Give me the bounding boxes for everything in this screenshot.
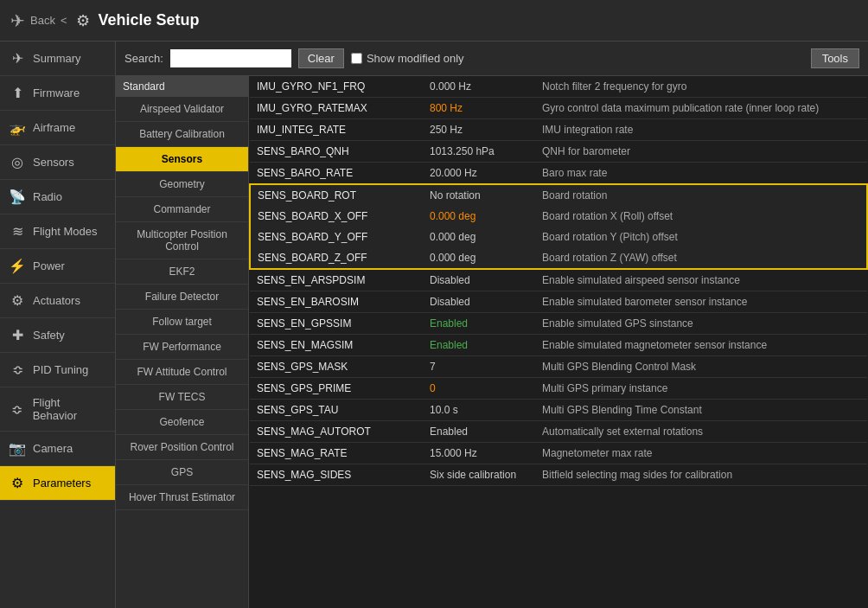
- param-value: Six side calibration: [423, 464, 535, 486]
- category-item-airspeed-validator[interactable]: Airspeed Validator: [116, 97, 248, 122]
- table-row[interactable]: SENS_GPS_MASK7Multi GPS Blending Control…: [250, 356, 867, 378]
- sidebar-icon: ⚡: [9, 258, 26, 274]
- table-row[interactable]: SENS_BOARD_Z_OFF0.000 degBoard rotation …: [250, 247, 867, 269]
- table-row[interactable]: SENS_BARO_RATE20.000 HzBaro max rate: [250, 163, 867, 185]
- param-name: SENS_GPS_PRIME: [250, 378, 423, 400]
- category-item-ekf2[interactable]: EKF2: [116, 259, 248, 285]
- param-name: SENS_BOARD_Z_OFF: [250, 247, 423, 269]
- param-name: SENS_BOARD_ROT: [250, 184, 423, 206]
- param-desc: Board rotation: [535, 184, 867, 206]
- category-item-geometry[interactable]: Geometry: [116, 172, 248, 197]
- page-title: Vehicle Setup: [99, 11, 200, 29]
- param-value: 20.000 Hz: [423, 163, 535, 185]
- table-row[interactable]: SENS_BOARD_ROTNo rotationBoard rotation: [250, 184, 867, 206]
- sidebar-item-power[interactable]: ⚡Power: [0, 249, 115, 284]
- category-item-gps[interactable]: GPS: [116, 460, 248, 485]
- table-row[interactable]: SENS_GPS_TAU10.0 sMulti GPS Blending Tim…: [250, 400, 867, 421]
- param-desc: Enable simulated barometer sensor instan…: [535, 291, 867, 313]
- category-item-rover-position-control[interactable]: Rover Position Control: [116, 435, 248, 460]
- param-desc: Bitfield selecting mag sides for calibra…: [535, 464, 867, 486]
- param-name: SENS_EN_ARSPDSIM: [250, 269, 423, 291]
- param-name: IMU_INTEG_RATE: [250, 119, 423, 141]
- sidebar-item-safety[interactable]: ✚Safety: [0, 318, 115, 353]
- param-desc: Multi GPS primary instance: [535, 378, 867, 400]
- param-name: SENS_MAG_SIDES: [250, 464, 423, 486]
- table-row[interactable]: IMU_GYRO_RATEMAX800 HzGyro control data …: [250, 98, 867, 119]
- sidebar-item-label: Summary: [33, 52, 81, 65]
- param-value: 10.0 s: [423, 400, 535, 421]
- category-item-fw-tecs[interactable]: FW TECS: [116, 385, 248, 410]
- param-desc: Notch filter 2 frequency for gyro: [535, 76, 867, 98]
- table-row[interactable]: SENS_BOARD_Y_OFF0.000 degBoard rotation …: [250, 227, 867, 247]
- param-desc: IMU integration rate: [535, 119, 867, 141]
- category-item-failure-detector[interactable]: Failure Detector: [116, 285, 248, 310]
- sidebar-icon: ✈: [9, 50, 26, 67]
- table-row[interactable]: SENS_MAG_SIDESSix side calibrationBitfie…: [250, 464, 867, 486]
- sidebar-item-label: Airframe: [33, 121, 75, 134]
- param-name: SENS_BARO_RATE: [250, 163, 423, 185]
- category-item-geofence[interactable]: Geofence: [116, 410, 248, 435]
- table-row[interactable]: SENS_EN_GPSSIMEnabledEnable simulated GP…: [250, 313, 867, 335]
- table-row[interactable]: SENS_EN_ARSPDSIMDisabledEnable simulated…: [250, 269, 867, 291]
- gear-icon: ⚙: [76, 11, 90, 30]
- category-item-fw-attitude-control[interactable]: FW Attitude Control: [116, 360, 248, 385]
- table-row[interactable]: SENS_MAG_AUTOROTEnabledAutomatically set…: [250, 421, 867, 443]
- sidebar-icon: ≎: [9, 362, 26, 378]
- category-item-sensors[interactable]: Sensors: [116, 147, 248, 172]
- param-name: SENS_GPS_TAU: [250, 400, 423, 421]
- table-row[interactable]: SENS_BOARD_X_OFF0.000 degBoard rotation …: [250, 206, 867, 227]
- sidebar-item-pid-tuning[interactable]: ≎PID Tuning: [0, 353, 115, 387]
- param-value: Disabled: [423, 269, 535, 291]
- sidebar-item-sensors[interactable]: ◎Sensors: [0, 145, 115, 180]
- header: ✈ Back < ⚙ Vehicle Setup: [0, 0, 868, 42]
- table-row[interactable]: SENS_EN_BAROSIMDisabledEnable simulated …: [250, 291, 867, 313]
- param-desc: Gyro control data maximum publication ra…: [535, 98, 867, 119]
- param-value: Enabled: [423, 313, 535, 335]
- sidebar-icon: 📷: [9, 440, 26, 457]
- sidebar-icon: ◎: [9, 154, 26, 170]
- sidebar-item-summary[interactable]: ✈Summary: [0, 42, 115, 76]
- back-label: Back: [30, 14, 55, 27]
- category-item-follow-target[interactable]: Follow target: [116, 310, 248, 335]
- category-item-battery-calibration[interactable]: Battery Calibration: [116, 122, 248, 147]
- param-value: No rotation: [423, 184, 535, 206]
- param-value: 1013.250 hPa: [423, 141, 535, 163]
- table-row[interactable]: SENS_GPS_PRIME0Multi GPS primary instanc…: [250, 378, 867, 400]
- table-row[interactable]: SENS_MAG_RATE15.000 HzMagnetometer max r…: [250, 443, 867, 464]
- sidebar-item-radio[interactable]: 📡Radio: [0, 180, 115, 214]
- toolbar: Search: Clear Show modified only Tools: [116, 42, 868, 76]
- sidebar-item-firmware[interactable]: ⬆Firmware: [0, 76, 115, 111]
- sidebar-item-label: Flight Modes: [33, 225, 97, 238]
- sidebar-icon: 📡: [9, 189, 26, 205]
- sidebar-icon: ✚: [9, 327, 26, 343]
- category-item-commander[interactable]: Commander: [116, 197, 248, 222]
- table-row[interactable]: SENS_BARO_QNH1013.250 hPaQNH for baromet…: [250, 141, 867, 163]
- sidebar-item-parameters[interactable]: ⚙Parameters: [0, 466, 115, 501]
- sidebar-item-flight-modes[interactable]: ≋Flight Modes: [0, 214, 115, 249]
- param-value: 0.000 deg: [423, 227, 535, 247]
- param-layout: Standard Airspeed ValidatorBattery Calib…: [116, 76, 868, 608]
- show-modified-label: Show modified only: [367, 52, 464, 65]
- sidebar-item-flight-behavior[interactable]: ≎Flight Behavior: [0, 387, 115, 432]
- sidebar-icon: 🚁: [9, 119, 26, 136]
- tools-button[interactable]: Tools: [811, 48, 859, 68]
- sidebar-item-actuators[interactable]: ⚙Actuators: [0, 284, 115, 318]
- param-desc: Baro max rate: [535, 163, 867, 185]
- table-row[interactable]: IMU_INTEG_RATE250 HzIMU integration rate: [250, 119, 867, 141]
- sidebar-icon: ⬆: [9, 85, 26, 101]
- search-input[interactable]: [170, 49, 291, 67]
- show-modified-checkbox[interactable]: [351, 53, 362, 64]
- table-row[interactable]: SENS_EN_MAGSIMEnabledEnable simulated ma…: [250, 335, 867, 356]
- param-desc: QNH for barometer: [535, 141, 867, 163]
- table-row[interactable]: IMU_GYRO_NF1_FRQ0.000 HzNotch filter 2 f…: [250, 76, 867, 98]
- sidebar-item-camera[interactable]: 📷Camera: [0, 432, 115, 466]
- sidebar-item-airframe[interactable]: 🚁Airframe: [0, 111, 115, 145]
- back-button[interactable]: ✈ Back <: [10, 10, 67, 31]
- category-item-fw-performance[interactable]: FW Performance: [116, 335, 248, 360]
- clear-button[interactable]: Clear: [298, 48, 344, 68]
- search-label: Search:: [124, 52, 163, 65]
- category-item-multicopter-position-control[interactable]: Multicopter Position Control: [116, 222, 248, 259]
- sidebar-item-label: PID Tuning: [33, 363, 88, 376]
- param-name: SENS_BARO_QNH: [250, 141, 423, 163]
- category-item-hover-thrust-estimator[interactable]: Hover Thrust Estimator: [116, 485, 248, 510]
